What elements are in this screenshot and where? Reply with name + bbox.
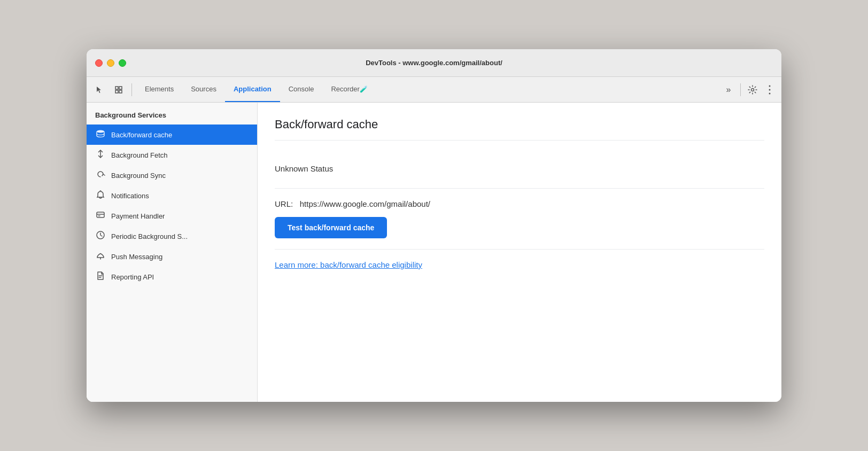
sidebar-item-background-sync[interactable]: Background Sync bbox=[87, 165, 257, 185]
toolbar-right: » bbox=[721, 82, 777, 97]
sidebar-item-payment-handler[interactable]: Payment Handler bbox=[87, 206, 257, 226]
sidebar-item-label-reporting-api: Reporting API bbox=[111, 273, 154, 281]
payment-handler-icon bbox=[95, 210, 106, 222]
traffic-lights bbox=[95, 59, 126, 67]
tab-sources[interactable]: Sources bbox=[182, 77, 225, 102]
devtools-window: DevTools - www.google.com/gmail/about/ E… bbox=[87, 49, 781, 402]
toolbar: Elements Sources Application Console Rec… bbox=[87, 77, 781, 103]
reporting-api-icon bbox=[95, 271, 106, 283]
background-fetch-icon bbox=[95, 149, 106, 161]
url-display: URL: https://www.google.com/gmail/about/ bbox=[275, 199, 764, 208]
sidebar-item-periodic-background[interactable]: Periodic Background S... bbox=[87, 226, 257, 246]
background-sync-icon bbox=[95, 169, 106, 181]
window-title: DevTools - www.google.com/gmail/about/ bbox=[366, 59, 502, 67]
sidebar-item-push-messaging[interactable]: Push Messaging bbox=[87, 246, 257, 267]
sidebar-item-label-back-forward-cache: Back/forward cache bbox=[111, 131, 172, 139]
more-options-button[interactable] bbox=[762, 82, 777, 97]
content-title: Back/forward cache bbox=[275, 118, 764, 141]
sidebar-item-background-fetch[interactable]: Background Fetch bbox=[87, 145, 257, 165]
url-section: URL: https://www.google.com/gmail/about/… bbox=[275, 189, 764, 250]
svg-point-6 bbox=[769, 89, 771, 90]
status-section: Unknown Status bbox=[275, 153, 764, 189]
close-button[interactable] bbox=[95, 59, 103, 67]
sidebar-item-label-background-fetch: Background Fetch bbox=[111, 151, 168, 159]
test-cache-button[interactable]: Test back/forward cache bbox=[275, 217, 387, 238]
notifications-icon bbox=[95, 190, 106, 201]
title-bar: DevTools - www.google.com/gmail/about/ bbox=[87, 49, 781, 77]
periodic-background-icon bbox=[95, 230, 106, 242]
url-label: URL: bbox=[275, 199, 293, 208]
toolbar-divider bbox=[131, 83, 132, 96]
url-value: https://www.google.com/gmail/about/ bbox=[300, 199, 430, 208]
sidebar: Background Services Back/forward cache bbox=[87, 103, 258, 402]
learn-more-link[interactable]: Learn more: back/forward cache eligibili… bbox=[275, 260, 422, 269]
svg-rect-2 bbox=[115, 90, 118, 93]
content-panel: Back/forward cache Unknown Status URL: h… bbox=[258, 103, 781, 402]
svg-point-4 bbox=[751, 88, 754, 91]
svg-point-7 bbox=[769, 92, 771, 94]
sidebar-item-label-notifications: Notifications bbox=[111, 192, 149, 200]
status-label: Unknown Status bbox=[275, 164, 764, 173]
toolbar-divider-right bbox=[740, 83, 741, 96]
svg-rect-10 bbox=[97, 212, 104, 217]
push-messaging-icon bbox=[95, 251, 106, 262]
svg-rect-0 bbox=[115, 87, 118, 89]
inspect-element-button[interactable] bbox=[110, 82, 127, 97]
main-area: Background Services Back/forward cache bbox=[87, 103, 781, 402]
tab-console[interactable]: Console bbox=[280, 77, 323, 102]
sidebar-section-title: Background Services bbox=[87, 111, 257, 125]
svg-point-5 bbox=[769, 85, 771, 87]
sidebar-item-label-background-sync: Background Sync bbox=[111, 172, 166, 180]
more-tabs-button[interactable]: » bbox=[721, 82, 736, 97]
maximize-button[interactable] bbox=[119, 59, 126, 67]
sidebar-item-notifications[interactable]: Notifications bbox=[87, 185, 257, 206]
tab-elements[interactable]: Elements bbox=[136, 77, 182, 102]
sidebar-item-back-forward-cache[interactable]: Back/forward cache bbox=[87, 125, 257, 145]
sidebar-item-label-payment-handler: Payment Handler bbox=[111, 212, 165, 220]
svg-rect-3 bbox=[119, 90, 122, 93]
svg-rect-1 bbox=[119, 87, 122, 89]
cursor-tool-button[interactable] bbox=[91, 82, 108, 97]
tab-recorder[interactable]: Recorder 🧪 bbox=[322, 77, 376, 102]
sidebar-item-label-periodic-background: Periodic Background S... bbox=[111, 232, 188, 240]
tabs: Elements Sources Application Console Rec… bbox=[136, 77, 719, 102]
back-forward-cache-icon bbox=[95, 129, 106, 141]
sidebar-item-label-push-messaging: Push Messaging bbox=[111, 253, 162, 261]
learn-more-section: Learn more: back/forward cache eligibili… bbox=[275, 250, 764, 281]
svg-point-8 bbox=[97, 130, 104, 133]
minimize-button[interactable] bbox=[107, 59, 114, 67]
tab-application[interactable]: Application bbox=[225, 77, 280, 102]
settings-button[interactable] bbox=[745, 82, 760, 97]
sidebar-item-reporting-api[interactable]: Reporting API bbox=[87, 267, 257, 287]
